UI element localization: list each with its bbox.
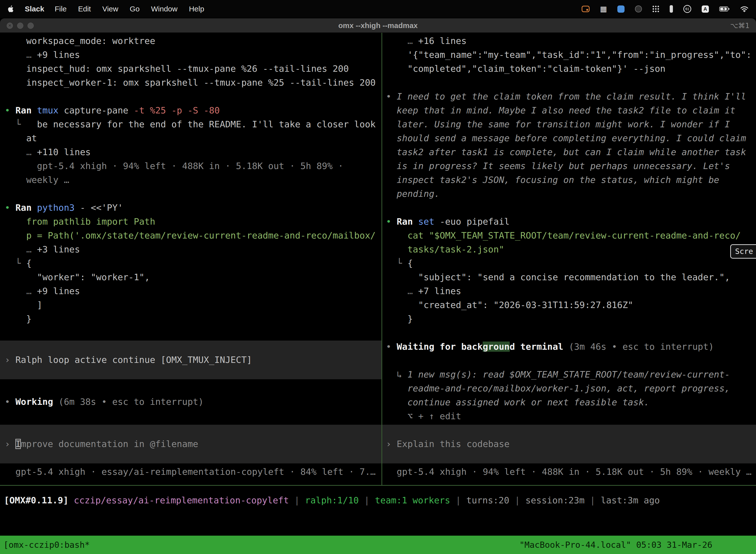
terminal-line: • Ran tmux capture-pane -t %25 -p -S -80: [5, 104, 381, 117]
omx-status-segment: |: [585, 495, 601, 505]
terminal-line: … +110 lines: [5, 145, 381, 159]
pane-right[interactable]: … +16 lines '{"team_name":"my-team","tas…: [382, 33, 756, 485]
terminal-line: "worker": "worker-1",: [5, 270, 381, 284]
terminal-line: • I need to get the claim token from the…: [386, 90, 756, 104]
terminal-line: workspace_mode: worktree: [5, 34, 381, 48]
terminal-line: gpt-5.4 xhigh · 94% left · 488K in · 5.1…: [386, 465, 756, 479]
terminal-line: [386, 201, 756, 215]
terminal-window: ✕ omx --xhigh --madmax ⌥⌘1 workspace_mod…: [0, 18, 756, 554]
terminal-line: gpt-5.4 xhigh · 94% left · 488K in · 5.1…: [5, 159, 381, 173]
terminal-line: └ be necessary for the end of the README…: [5, 117, 381, 131]
terminal-line: continue assigned work or next feasible …: [386, 395, 756, 409]
screen-recording-icon[interactable]: [582, 6, 589, 12]
dark-circle-app-icon[interactable]: [635, 5, 642, 12]
terminal-line: inspect_worker-1: omx sparkshell --tmux-…: [5, 76, 381, 90]
terminal-line: … +9 lines: [5, 284, 381, 298]
window-titlebar: ✕ omx --xhigh --madmax ⌥⌘1: [0, 18, 756, 33]
omx-status-segment: ralph:1/10: [305, 495, 359, 505]
pane-divider-horizontal: [0, 485, 756, 486]
terminal-line: task2 after task1 is complete, but can I…: [386, 145, 756, 159]
terminal-line: └ {: [386, 257, 756, 270]
screen-tooltip: Scre: [730, 244, 756, 259]
terminal-line: }: [5, 312, 381, 326]
zoom-button[interactable]: [27, 22, 34, 29]
terminal-line: is in progress? It seems likely but perh…: [386, 159, 756, 173]
menu-status-icons: ▦ 61 A: [582, 5, 749, 13]
omx-status-segment: [OMX#0.11.9]: [4, 495, 74, 505]
terminal-line: should send a message before completing …: [386, 131, 756, 145]
terminal-content: workspace_mode: worktree … +9 lines insp…: [0, 33, 756, 554]
prompt-input-bar[interactable]: › Improve documentation in @filename: [0, 425, 381, 463]
dots-grid-icon[interactable]: [652, 5, 659, 12]
terminal-line: }: [386, 312, 756, 326]
terminal-line: at: [5, 131, 381, 145]
apple-menu-icon[interactable]: [7, 5, 14, 13]
terminal-line: • Waiting for background terminal (3m 46…: [386, 340, 756, 354]
terminal-line: [5, 90, 381, 104]
wifi-icon[interactable]: [740, 6, 749, 12]
traffic-lights: ✕: [7, 18, 34, 33]
tmux-session-label[interactable]: [omx-cczip0:bash*: [0, 540, 90, 550]
terminal-line: [386, 354, 756, 368]
omx-status-segment: |: [450, 495, 466, 505]
omx-status-line: [OMX#0.11.9] cczip/essay/ai-reimplementa…: [4, 493, 660, 507]
terminal-line: inspect task2's JSON, focusing on the st…: [386, 173, 756, 187]
menu-go[interactable]: Go: [130, 5, 140, 13]
tool-icon[interactable]: [670, 5, 673, 13]
terminal-line: … +3 lines: [5, 242, 381, 257]
terminal-line: [386, 326, 756, 340]
pane-left[interactable]: workspace_mode: worktree … +9 lines insp…: [0, 33, 381, 485]
window-title: omx --xhigh --madmax: [0, 18, 756, 33]
terminal-line: • Ran python3 - <<'PY': [5, 201, 381, 215]
terminal-line: weekly …: [5, 173, 381, 187]
terminal-line: "completed","claim_token":"claim-token"}…: [386, 62, 756, 76]
window-shortcut-hint: ⌥⌘1: [730, 18, 750, 33]
terminal-line: └ {: [5, 257, 381, 270]
terminal-line: … +7 lines: [386, 284, 756, 298]
terminal-line: later. Using the same for transition mig…: [386, 117, 756, 131]
minimize-button[interactable]: [17, 22, 23, 29]
app-menu-slack[interactable]: Slack: [25, 5, 44, 13]
omx-status-segment: |: [289, 495, 305, 505]
terminal-line: [5, 187, 381, 201]
terminal-line: pending.: [386, 187, 756, 201]
terminal-line: … +16 lines: [386, 34, 756, 48]
menu-file[interactable]: File: [55, 5, 66, 13]
menu-view[interactable]: View: [102, 5, 118, 13]
input-source-icon[interactable]: A: [702, 5, 709, 13]
terminal-line: … +9 lines: [5, 48, 381, 62]
menu-items: FileEditViewGoWindowHelp: [55, 5, 204, 13]
blue-app-icon[interactable]: [617, 5, 625, 13]
omx-status-segment: session:23m: [525, 495, 584, 505]
terminal-line: readme-and-reco/mailbox/worker-1.json, a…: [386, 382, 756, 395]
pane-divider-vertical[interactable]: [381, 33, 382, 485]
battery-charging-icon[interactable]: [719, 6, 730, 12]
menu-bar: Slack FileEditViewGoWindowHelp ▦ 61 A: [0, 0, 756, 18]
terminal-line: p = Path('.omx/state/team/review-current…: [5, 229, 381, 242]
omx-status-segment: last:3m ago: [601, 495, 660, 505]
omx-status-segment: |: [509, 495, 525, 505]
terminal-line: ⌥ + ↑ edit: [386, 409, 756, 423]
tmux-host-clock: "MacBook-Pro-44.local" 05:03 31-Mar-26: [519, 540, 712, 550]
terminal-line: ↳ 1 new msg(s): read $OMX_TEAM_STATE_ROO…: [386, 368, 756, 382]
terminal-line: • Working (6m 38s • esc to interrupt): [5, 395, 381, 409]
terminal-line: cat "$OMX_TEAM_STATE_ROOT/team/review-cu…: [386, 229, 756, 242]
menu-edit[interactable]: Edit: [78, 5, 91, 13]
close-button[interactable]: ✕: [7, 22, 13, 29]
terminal-line: ]: [5, 298, 381, 312]
terminal-line: "created_at": "2026-03-31T11:59:27.816Z": [386, 298, 756, 312]
tmux-status-bar: [omx-cczip0:bash* "MacBook-Pro-44.local"…: [0, 536, 756, 554]
omx-status-segment: |: [359, 495, 375, 505]
menu-help[interactable]: Help: [189, 5, 204, 13]
terminal-line: • Ran set -euo pipefail: [386, 215, 756, 229]
percent-badge-icon[interactable]: 61: [683, 5, 691, 13]
terminal-line: tasks/task-2.json": [386, 242, 756, 257]
terminal-line: '{"team_name":"my-team","task_id":"1","f…: [386, 48, 756, 62]
terminal-line: from pathlib import Path: [5, 215, 381, 229]
terminal-line: "subject": "send a concise recommendatio…: [386, 270, 756, 284]
terminal-line: gpt-5.4 xhigh · essay/ai-reimplementatio…: [5, 465, 381, 479]
prompt-input-bar[interactable]: › Explain this codebase: [382, 425, 756, 463]
menu-window[interactable]: Window: [151, 5, 178, 13]
grid-icon[interactable]: ▦: [600, 5, 607, 13]
prompt-input-bar[interactable]: › Ralph loop active continue [OMX_TMUX_I…: [0, 340, 381, 379]
